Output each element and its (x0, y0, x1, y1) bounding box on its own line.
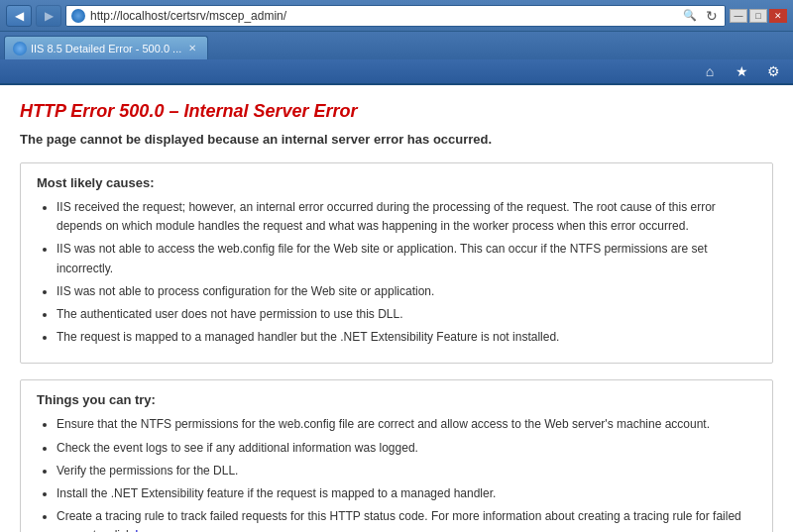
page-icon (70, 8, 86, 24)
list-item: Check the event logs to see if any addit… (57, 439, 756, 458)
tab-favicon (13, 42, 27, 55)
forward-icon: ▶ (45, 9, 54, 23)
window-controls: — □ ✕ (730, 9, 787, 23)
browser-tab[interactable]: IIS 8.5 Detailed Error - 500.0 ... ✕ (4, 36, 208, 59)
content-area[interactable]: HTTP Error 500.0 – Internal Server Error… (0, 85, 793, 532)
back-button[interactable]: ◀ (6, 5, 32, 27)
error-title: HTTP Error 500.0 – Internal Server Error (20, 101, 773, 122)
causes-title: Most likely causes: (37, 175, 756, 190)
here-link[interactable]: here (135, 528, 159, 532)
address-search-icon[interactable]: 🔍 (681, 7, 699, 25)
list-item: IIS was not able to access the web.confi… (57, 240, 756, 277)
minimize-button[interactable]: — (730, 9, 747, 23)
refresh-icon[interactable]: ↻ (703, 7, 721, 25)
list-item: Ensure that the NTFS permissions for the… (57, 415, 756, 434)
causes-list: IIS received the request; however, an in… (57, 198, 756, 347)
list-item: Install the .NET Extensibility feature i… (57, 484, 756, 503)
try-title: Things you can try: (37, 392, 756, 407)
tab-label: IIS 8.5 Detailed Error - 500.0 ... (31, 43, 181, 54)
close-button[interactable]: ✕ (769, 9, 787, 23)
maximize-button[interactable]: □ (749, 9, 767, 23)
list-item: IIS was not able to process configuratio… (57, 282, 756, 301)
list-item: IIS received the request; however, an in… (57, 198, 756, 236)
list-item: The authenticated user does not have per… (57, 305, 756, 324)
navigation-bar: ◀ ▶ http://localhost/certsrv/mscep_admin… (0, 0, 793, 32)
list-item: Verify the permissions for the DLL. (57, 462, 756, 480)
back-icon: ◀ (15, 9, 24, 23)
browser-window: ◀ ▶ http://localhost/certsrv/mscep_admin… (0, 0, 793, 532)
toolbar: ⌂ ★ ⚙ (0, 59, 793, 85)
tab-bar: IIS 8.5 Detailed Error - 500.0 ... ✕ (0, 32, 793, 59)
list-item: The request is mapped to a managed handl… (57, 328, 756, 347)
try-list: Ensure that the NTFS permissions for the… (57, 415, 756, 532)
tab-close-button[interactable]: ✕ (185, 42, 199, 55)
favorites-button[interactable]: ★ (730, 61, 753, 81)
address-text[interactable]: http://localhost/certsrv/mscep_admin/ (90, 9, 677, 23)
error-subtitle: The page cannot be displayed because an … (20, 132, 773, 147)
causes-box: Most likely causes: IIS received the req… (20, 162, 773, 364)
ie-globe-icon (71, 9, 85, 23)
home-button[interactable]: ⌂ (698, 61, 722, 81)
try-box: Things you can try: Ensure that the NTFS… (20, 379, 773, 532)
forward-button[interactable]: ▶ (36, 5, 61, 27)
last-try-suffix: . (159, 528, 162, 532)
list-item: Create a tracing rule to track failed re… (57, 507, 756, 532)
address-bar[interactable]: http://localhost/certsrv/mscep_admin/ 🔍 … (65, 5, 726, 27)
settings-button[interactable]: ⚙ (761, 61, 785, 81)
